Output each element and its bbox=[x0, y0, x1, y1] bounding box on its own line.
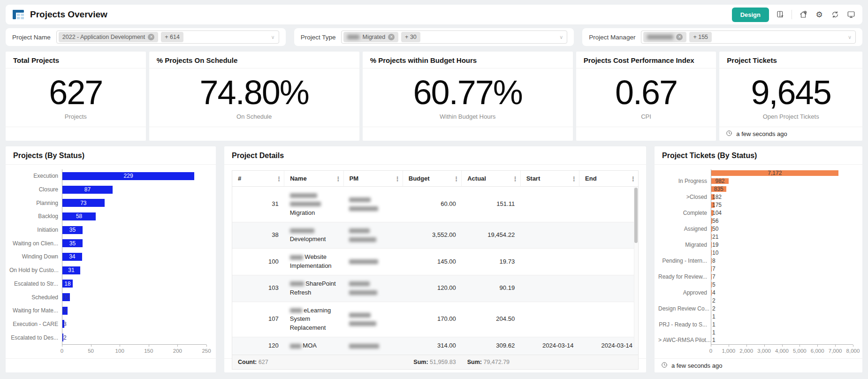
chart-row: 1 bbox=[658, 312, 853, 320]
bar[interactable]: 31 bbox=[62, 266, 80, 274]
panel-title: Projects (By Status) bbox=[6, 146, 216, 165]
scrollbar-thumb[interactable] bbox=[634, 188, 638, 243]
chart-row: Waiting for Mate...9 bbox=[9, 304, 206, 318]
column-header-start[interactable]: Start⋮ bbox=[520, 171, 579, 187]
bar[interactable]: 35 bbox=[62, 239, 83, 247]
table-row[interactable]: 100 Website Implementation145.0019.73 bbox=[232, 249, 638, 275]
bar[interactable]: 73 bbox=[62, 199, 105, 207]
kpi-value-area: 9,645Open Project Tickets bbox=[719, 68, 862, 127]
category-label: Migrated bbox=[658, 242, 711, 248]
chart-rows: Execution229Closure87Planning73Backlog58… bbox=[9, 169, 206, 344]
bar-track: 56 bbox=[711, 217, 853, 225]
axis-tick-label: 250 bbox=[202, 348, 211, 354]
column-header-actual[interactable]: Actual⋮ bbox=[462, 171, 520, 187]
column-header-end[interactable]: End⋮ bbox=[579, 171, 638, 187]
chevron-down-icon[interactable]: ∨ bbox=[848, 34, 852, 40]
column-header-pm[interactable]: PM⋮ bbox=[343, 171, 403, 187]
cell-budget: 145.00 bbox=[403, 249, 461, 275]
bar[interactable]: 229 bbox=[62, 172, 194, 180]
spacer bbox=[343, 359, 403, 365]
page-title: Projects Overview bbox=[30, 9, 107, 20]
kpi-title: Total Projects bbox=[6, 52, 146, 68]
dashboard-bottom-row: Projects (By Status) Execution229Closure… bbox=[6, 146, 862, 372]
bar[interactable]: 35 bbox=[62, 226, 83, 234]
spacer bbox=[520, 359, 579, 365]
column-menu-icon[interactable]: ⋮ bbox=[335, 175, 342, 182]
bar-value-label: 3 bbox=[63, 321, 67, 327]
selected-value-chip: × bbox=[643, 32, 686, 42]
remove-tag-icon[interactable]: × bbox=[148, 34, 154, 40]
chip-label: 2022 - Application Development bbox=[62, 34, 145, 40]
board-filter-icon[interactable] bbox=[776, 10, 785, 19]
bar-track: 2 bbox=[62, 331, 206, 344]
cell-pm bbox=[343, 249, 403, 275]
kpi-value-area: 60.77%Within Budget Hours bbox=[363, 68, 573, 127]
table-row[interactable]: 103 SharePoint Refresh120.0090.19 bbox=[232, 275, 638, 302]
bar[interactable]: 18 bbox=[62, 280, 73, 288]
axis-tick bbox=[91, 345, 91, 347]
filter-project-type: Project TypeMigrated×+ 30∨ bbox=[294, 28, 574, 46]
bar[interactable] bbox=[711, 234, 712, 240]
bar-track: 7,172 bbox=[711, 169, 853, 177]
column-menu-icon[interactable]: ⋮ bbox=[453, 175, 459, 182]
bar[interactable]: 34 bbox=[62, 253, 82, 261]
bar-value-label: 182 bbox=[712, 194, 722, 200]
home-add-icon[interactable] bbox=[799, 10, 808, 19]
remove-tag-icon[interactable]: × bbox=[388, 34, 395, 40]
bar[interactable]: 87 bbox=[62, 186, 113, 194]
settings-gear-icon[interactable]: ⚙ bbox=[815, 10, 824, 19]
cell-end bbox=[579, 249, 638, 275]
bar[interactable]: 835 bbox=[711, 186, 726, 192]
bar[interactable]: 58 bbox=[62, 212, 96, 220]
bar-value-label: 13 bbox=[63, 294, 69, 301]
axis-tick-label: 50 bbox=[88, 348, 94, 354]
column-header-budget[interactable]: Budget⋮ bbox=[403, 171, 461, 187]
bar-value-label: 35 bbox=[62, 227, 83, 233]
category-label: Execution bbox=[9, 173, 62, 179]
column-menu-icon[interactable]: ⋮ bbox=[395, 175, 401, 182]
column-menu-icon[interactable]: ⋮ bbox=[630, 175, 636, 182]
kpi-value-area: 627Projects bbox=[6, 68, 146, 127]
filter-project-manager-select[interactable]: ×+ 155∨ bbox=[641, 30, 856, 44]
bar-track: 2 bbox=[711, 304, 853, 312]
kpi-footer bbox=[363, 127, 573, 141]
table-row[interactable]: 120 MOA314.00309.622024-03-142024-03-14 bbox=[232, 337, 638, 355]
cell-number: 103 bbox=[232, 275, 284, 302]
column-menu-icon[interactable]: ⋮ bbox=[571, 175, 577, 182]
spacer bbox=[284, 359, 343, 365]
last-refresh-label: a few seconds ago bbox=[671, 362, 722, 369]
chart-row: 2 bbox=[658, 296, 853, 304]
filter-project-name-select[interactable]: 2022 - Application Development×+ 614∨ bbox=[56, 30, 279, 44]
axis-tick bbox=[120, 345, 120, 347]
bar[interactable] bbox=[711, 242, 712, 248]
bar-value-label: 35 bbox=[62, 240, 83, 247]
table-scrollbar[interactable] bbox=[634, 187, 638, 347]
chart-row: 10 bbox=[658, 249, 853, 257]
refresh-icon[interactable] bbox=[830, 10, 840, 19]
cell-number: 31 bbox=[232, 187, 284, 222]
filter-project-type-select[interactable]: Migrated×+ 30∨ bbox=[341, 30, 567, 44]
column-menu-icon[interactable]: ⋮ bbox=[276, 175, 282, 182]
table-row[interactable]: 31 Migration60.00151.11 bbox=[232, 187, 638, 222]
design-button[interactable]: Design bbox=[732, 8, 769, 22]
filter-label: Project Manager bbox=[589, 34, 635, 41]
chevron-down-icon[interactable]: ∨ bbox=[559, 34, 563, 40]
redacted-text bbox=[349, 321, 376, 326]
column-header-[interactable]: #⋮ bbox=[232, 171, 284, 187]
table-row[interactable]: 38 Development3,552.0019,454.22 bbox=[232, 222, 638, 249]
more-count-chip: + 614 bbox=[161, 32, 183, 42]
column-menu-icon[interactable]: ⋮ bbox=[512, 175, 518, 182]
presentation-icon[interactable] bbox=[846, 10, 856, 19]
kpi-value: 9,645 bbox=[751, 76, 831, 109]
chevron-down-icon[interactable]: ∨ bbox=[271, 34, 275, 40]
bar[interactable]: 7,172 bbox=[711, 170, 838, 176]
spacer bbox=[579, 359, 638, 365]
column-header-name[interactable]: Name⋮ bbox=[284, 171, 343, 187]
bar-value-label: 7 bbox=[712, 265, 716, 272]
table-row[interactable]: 107 eLearning System Replacement170.0020… bbox=[232, 302, 638, 337]
remove-tag-icon[interactable]: × bbox=[676, 34, 683, 40]
bar[interactable]: 982 bbox=[711, 178, 729, 184]
cell-actual: 151.11 bbox=[462, 187, 520, 222]
cell-number: 38 bbox=[232, 222, 284, 249]
cell-pm bbox=[343, 275, 403, 302]
